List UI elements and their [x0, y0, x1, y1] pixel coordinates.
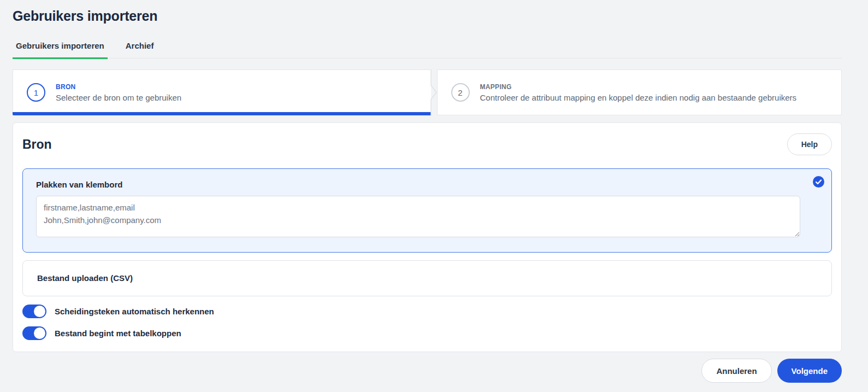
help-button[interactable]: Help [787, 133, 832, 155]
step-number-badge: 1 [27, 83, 45, 102]
step-separator-chevron-icon [430, 69, 437, 115]
step-bron[interactable]: 1 BRON Selecteer de bron om te gebruiken [13, 69, 431, 115]
page-title: Gebruikers importeren [13, 8, 842, 24]
bron-panel-header: Bron Help [22, 133, 832, 155]
bron-panel: Bron Help Plakken van klembord firstname… [13, 122, 842, 352]
tab-gebruikers-importeren[interactable]: Gebruikers importeren [13, 41, 108, 59]
paste-option-label: Plakken van klembord [36, 179, 818, 190]
toggle-label: Scheidingsteken automatisch herkennen [55, 307, 214, 316]
source-option-upload-csv[interactable]: Bestand uploaden (CSV) [22, 260, 832, 296]
step-text: MAPPING Controleer de attribuut mapping … [480, 83, 797, 102]
upload-option-label: Bestand uploaden (CSV) [37, 273, 817, 284]
wizard-footer: Annuleren Volgende [13, 359, 842, 383]
step-text: BRON Selecteer de bron om te gebruiken [56, 83, 181, 102]
step-mapping[interactable]: 2 MAPPING Controleer de attribuut mappin… [437, 69, 842, 115]
clipboard-paste-textarea[interactable]: firstname,lastname,email John,Smith,john… [36, 196, 800, 237]
check-circle-icon [813, 176, 824, 188]
step-description: Selecteer de bron om te gebruiken [56, 93, 181, 102]
toggle-knob [34, 306, 45, 317]
toggle-knob [34, 327, 45, 339]
step-label: BRON [56, 83, 181, 91]
step-label: MAPPING [480, 83, 797, 91]
tab-bar: Gebruikers importeren Archief [13, 41, 842, 58]
page: Gebruikers importeren Gebruikers importe… [0, 0, 868, 392]
next-button[interactable]: Volgende [777, 359, 842, 383]
cancel-button[interactable]: Annuleren [701, 359, 771, 383]
toggle-file-has-headers[interactable] [22, 326, 46, 340]
headers-toggle-row: Bestand begint met tabelkoppen [22, 326, 832, 340]
toggle-label: Bestand begint met tabelkoppen [55, 329, 181, 338]
tab-archief[interactable]: Archief [122, 41, 157, 59]
section-title: Bron [22, 137, 52, 152]
active-step-indicator [13, 112, 431, 115]
toggle-auto-detect-delimiter[interactable] [22, 305, 46, 318]
step-description: Controleer de attribuut mapping en koppe… [480, 93, 797, 102]
step-number-badge: 2 [451, 83, 470, 102]
wizard-stepper: 1 BRON Selecteer de bron om te gebruiken… [13, 69, 842, 115]
delimiter-toggle-row: Scheidingsteken automatisch herkennen [22, 305, 832, 318]
source-option-paste[interactable]: Plakken van klembord firstname,lastname,… [22, 168, 832, 253]
